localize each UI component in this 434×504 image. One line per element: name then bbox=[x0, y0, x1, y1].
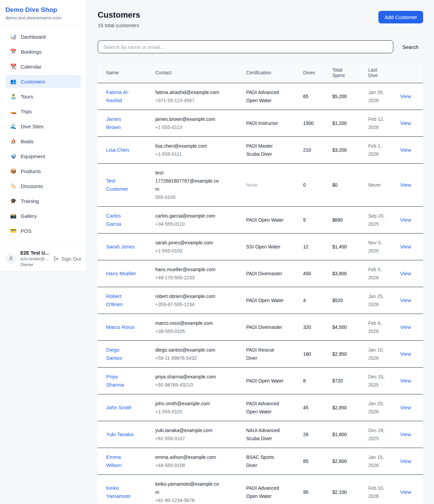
view-link[interactable]: View bbox=[400, 351, 411, 357]
sidebar: Demo Dive Shop demo.test.divestreams.com… bbox=[0, 0, 87, 272]
customer-name-link[interactable]: Test Customer bbox=[106, 177, 137, 193]
customer-certification: PADI Advanced Open Water bbox=[246, 88, 284, 105]
customer-dives: 1500 bbox=[298, 110, 327, 136]
trips-icon: 🚤 bbox=[10, 108, 16, 114]
pos-icon: 💳 bbox=[10, 228, 16, 234]
sidebar-item-tours[interactable]: 🏝️ Tours bbox=[5, 90, 81, 103]
app: Demo Dive Shop demo.test.divestreams.com… bbox=[0, 0, 434, 504]
customer-name-link[interactable]: Robert O'Brien bbox=[106, 292, 137, 309]
sidebar-item-calendar[interactable]: 📆 Calendar bbox=[5, 60, 81, 73]
dashboard-icon: 📊 bbox=[10, 34, 16, 40]
customer-total-spent: $1,200 bbox=[327, 110, 363, 136]
view-link[interactable]: View bbox=[400, 378, 411, 384]
customer-total-spent: $2,850 bbox=[327, 394, 363, 421]
sidebar-item-pos[interactable]: 💳 POS bbox=[5, 224, 81, 237]
customer-last-dive: Feb 8, 2026 bbox=[368, 319, 389, 335]
customer-phone: +91-98765-43210 bbox=[155, 381, 235, 389]
customer-name-link[interactable]: Marco Rossi bbox=[106, 323, 134, 331]
sidebar-item-dashboard[interactable]: 📊 Dashboard bbox=[5, 30, 81, 43]
table-row: Emma Wilson emma.wilson@example.com +44-… bbox=[98, 448, 423, 474]
sidebar-item-training[interactable]: 🎓 Training bbox=[5, 194, 81, 207]
customer-total-spent: $520 bbox=[327, 287, 363, 314]
customer-name-link[interactable]: Yuki Tanaka bbox=[106, 430, 134, 438]
customer-name-link[interactable]: Emma Wilson bbox=[106, 453, 137, 469]
customer-phone: +1-555-0103 bbox=[155, 247, 235, 255]
sidebar-item-trips[interactable]: 🚤 Trips bbox=[5, 105, 81, 118]
customer-total-spent: $3,800 bbox=[327, 260, 363, 287]
column-header-certification: Certification bbox=[241, 62, 298, 83]
customer-last-dive: Sep 20, 2025 bbox=[368, 212, 389, 228]
customer-last-dive: Jan 10, 2026 bbox=[368, 346, 389, 362]
customers-table: Name Contact Certification Dives Total S… bbox=[98, 62, 423, 504]
view-link[interactable]: View bbox=[400, 93, 411, 99]
sidebar-item-bookings[interactable]: 📅 Bookings bbox=[5, 45, 81, 58]
customer-phone: +81-90-1234-5678 bbox=[155, 496, 235, 504]
table-row: James Brown james.brown@example.com +1-5… bbox=[98, 110, 423, 136]
customer-certification: PADI Instructor bbox=[246, 119, 278, 127]
sidebar-item-products[interactable]: 📦 Products bbox=[5, 165, 81, 178]
search-input[interactable] bbox=[98, 40, 393, 53]
shop-name: Demo Dive Shop bbox=[5, 6, 81, 14]
add-customer-button[interactable]: Add Customer bbox=[378, 11, 423, 23]
table-row: Priya Sharma priya.sharma@example.com +9… bbox=[98, 367, 423, 394]
view-link[interactable]: View bbox=[400, 405, 411, 410]
customer-phone: +39-555-0105 bbox=[155, 327, 235, 335]
customer-email: james.brown@example.com bbox=[155, 115, 221, 123]
customer-name-link[interactable]: Carlos Garcia bbox=[106, 212, 137, 228]
sidebar-item-equipment[interactable]: 🤿 Equipment bbox=[5, 150, 81, 163]
training-icon: 🎓 bbox=[10, 198, 16, 204]
view-link[interactable]: View bbox=[400, 270, 411, 276]
customer-email: hans.mueller@example.com bbox=[155, 265, 221, 274]
view-link[interactable]: View bbox=[400, 120, 411, 126]
customer-name-link[interactable]: Hans Mueller bbox=[106, 269, 136, 278]
customer-email: test-1772681807767@example.com bbox=[155, 169, 221, 193]
customer-email: emma.wilson@example.com bbox=[155, 453, 221, 461]
sign-out-icon bbox=[53, 256, 59, 262]
customer-table-body: Fatima Al-Rashid fatima.alrashid@example… bbox=[98, 83, 423, 504]
customer-name-link[interactable]: Fatima Al-Rashid bbox=[106, 88, 137, 105]
sidebar-item-customers[interactable]: 👥 Customers bbox=[5, 75, 81, 88]
customer-name-link[interactable]: Sarah Jones bbox=[106, 243, 135, 251]
sidebar-item-gallery[interactable]: 📸 Gallery bbox=[5, 209, 81, 222]
customer-last-dive: Jan 25, 2026 bbox=[368, 292, 389, 309]
customer-certification: None bbox=[246, 181, 257, 189]
customer-name-link[interactable]: James Brown bbox=[106, 115, 137, 131]
customer-dives: 450 bbox=[298, 260, 327, 287]
customer-name-link[interactable]: Priya Sharma bbox=[106, 373, 137, 389]
customer-certification: PADI Rescue Diver bbox=[246, 346, 284, 362]
customer-name-link[interactable]: Diego Santos bbox=[106, 346, 137, 362]
page-title: Customers bbox=[98, 10, 140, 20]
customer-name-link[interactable]: Keiko Yamamoto bbox=[106, 484, 137, 500]
sidebar-header: Demo Dive Shop demo.test.divestreams.com bbox=[0, 0, 86, 26]
customer-dives: 210 bbox=[298, 136, 327, 163]
customer-total-spent: $4,500 bbox=[327, 314, 363, 340]
dive-sites-icon: 🌊 bbox=[10, 123, 16, 129]
customer-last-dive: Feb 12, 2026 bbox=[368, 115, 389, 131]
column-header-total-spent: Total Spent bbox=[327, 62, 363, 83]
view-link[interactable]: View bbox=[400, 431, 411, 437]
customer-certification: BSAC Sports Diver bbox=[246, 453, 284, 469]
customer-last-dive: Feb 1, 2026 bbox=[368, 142, 389, 158]
view-link[interactable]: View bbox=[400, 147, 411, 153]
sign-out-button[interactable]: Sign Out bbox=[53, 256, 81, 262]
table-row: Yuki Tanaka yuki.tanaka@example.com +81-… bbox=[98, 421, 423, 448]
column-header-actions bbox=[395, 62, 423, 83]
view-link[interactable]: View bbox=[400, 217, 411, 223]
sidebar-item-dive-sites[interactable]: 🌊 Dive Sites bbox=[5, 120, 81, 133]
view-link[interactable]: View bbox=[400, 458, 411, 464]
sidebar-item-boats[interactable]: ⛵ Boats bbox=[5, 135, 81, 148]
view-link[interactable]: View bbox=[400, 489, 411, 495]
customer-certification: PADI Open Water bbox=[246, 377, 283, 385]
view-link[interactable]: View bbox=[400, 182, 411, 188]
search-button[interactable]: Search bbox=[393, 44, 423, 50]
sidebar-item-discounts[interactable]: 🏷️ Discounts bbox=[5, 180, 81, 192]
customer-name-link[interactable]: John Smith bbox=[106, 404, 132, 412]
customers-table-card: Name Contact Certification Dives Total S… bbox=[98, 62, 423, 504]
view-link[interactable]: View bbox=[400, 297, 411, 303]
view-link[interactable]: View bbox=[400, 244, 411, 249]
table-row: Keiko Yamamoto keiko.yamamoto@example.co… bbox=[98, 474, 423, 504]
view-link[interactable]: View bbox=[400, 324, 411, 330]
customer-name-link[interactable]: Lisa Chen bbox=[106, 146, 129, 154]
tours-icon: 🏝️ bbox=[10, 93, 16, 99]
customer-phone: +1-555-0113 bbox=[155, 123, 235, 131]
